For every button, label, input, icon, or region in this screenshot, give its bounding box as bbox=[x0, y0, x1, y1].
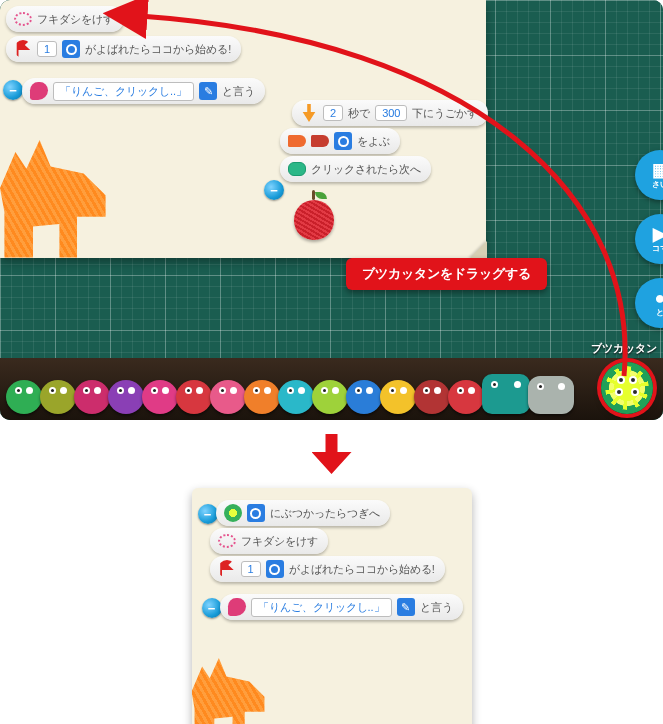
block-move-down[interactable]: 2 秒で 300 下にうごかす bbox=[292, 100, 488, 126]
star-creature[interactable] bbox=[601, 362, 653, 414]
flag-icon bbox=[14, 40, 32, 58]
seconds-input[interactable]: 2 bbox=[323, 105, 343, 121]
search-icon[interactable] bbox=[62, 40, 80, 58]
creature[interactable] bbox=[6, 380, 42, 414]
collapse-pin[interactable] bbox=[264, 180, 284, 200]
say-text-input[interactable]: 「りんご、クリックし..」 bbox=[53, 82, 194, 101]
search-icon[interactable] bbox=[247, 504, 265, 522]
collapse-pin[interactable] bbox=[3, 80, 23, 100]
dotted-circle-icon bbox=[14, 12, 32, 26]
label: 下にうごかす bbox=[412, 106, 478, 121]
edit-icon[interactable]: ✎ bbox=[199, 82, 217, 100]
creature-shelf bbox=[0, 358, 663, 420]
block-call[interactable]: をよぶ bbox=[280, 128, 400, 154]
creature[interactable] bbox=[278, 380, 314, 414]
block-on-call[interactable]: 1 がよばれたらココから始める! bbox=[6, 36, 241, 62]
block-label: クリックされたら次へ bbox=[311, 162, 421, 177]
block-say[interactable]: 「りんご、クリックし..」 ✎ と言う bbox=[220, 594, 463, 620]
amount-input[interactable]: 300 bbox=[375, 105, 407, 121]
collapse-pin[interactable] bbox=[202, 598, 222, 618]
flag-icon bbox=[218, 560, 236, 578]
creature[interactable] bbox=[176, 380, 212, 414]
creature[interactable] bbox=[380, 380, 416, 414]
annotation-callout: ブツカッタンをドラッグする bbox=[346, 258, 547, 290]
edit-icon[interactable]: ✎ bbox=[397, 598, 415, 616]
tab-label: さい bbox=[652, 179, 663, 190]
step-arrow-down-icon bbox=[312, 434, 352, 474]
creature-cube[interactable] bbox=[482, 374, 530, 414]
block-erase-bubble[interactable]: フキダシをけす bbox=[210, 528, 328, 554]
creature[interactable] bbox=[210, 380, 246, 414]
creature[interactable] bbox=[74, 380, 110, 414]
block-on-call[interactable]: 1 がよばれたらココから始める! bbox=[210, 556, 445, 582]
animal-sprite bbox=[0, 140, 110, 260]
speech-icon bbox=[288, 162, 306, 176]
arrow-down-icon bbox=[300, 104, 318, 122]
block-label: をよぶ bbox=[357, 134, 390, 149]
label: 秒で bbox=[348, 106, 370, 121]
animal-sprite bbox=[192, 658, 268, 724]
block-say[interactable]: 「りんご、クリックし..」 ✎ と言う bbox=[22, 78, 265, 104]
block-collide-next[interactable]: にぶつかったらつぎへ bbox=[216, 500, 390, 526]
creature[interactable] bbox=[40, 380, 76, 414]
block-label: フキダシをけす bbox=[37, 12, 114, 27]
say-icon bbox=[228, 598, 246, 616]
block-label: にぶつかったらつぎへ bbox=[270, 506, 380, 521]
call-number-input[interactable]: 1 bbox=[37, 41, 57, 57]
horn-icon bbox=[311, 135, 329, 147]
say-text-input[interactable]: 「りんご、クリックし..」 bbox=[251, 598, 392, 617]
play-icon: ▶ bbox=[653, 225, 663, 243]
star-bug-icon bbox=[224, 504, 242, 522]
creature[interactable] bbox=[346, 380, 382, 414]
say-icon bbox=[30, 82, 48, 100]
result-paper: にぶつかったらつぎへ フキダシをけす 1 がよばれたらココから始める! 「りんご… bbox=[192, 488, 472, 724]
creature-cube[interactable] bbox=[528, 376, 574, 414]
search-icon[interactable] bbox=[334, 132, 352, 150]
call-number-input[interactable]: 1 bbox=[241, 561, 261, 577]
horn-icon bbox=[288, 135, 306, 147]
creature[interactable] bbox=[312, 380, 348, 414]
creature[interactable] bbox=[142, 380, 178, 414]
tab-label: と bbox=[656, 307, 663, 318]
creature[interactable] bbox=[448, 380, 484, 414]
block-click-next[interactable]: クリックされたら次へ bbox=[280, 156, 431, 182]
dot-icon: ● bbox=[655, 289, 663, 307]
creature[interactable] bbox=[108, 380, 144, 414]
creature[interactable] bbox=[414, 380, 450, 414]
block-label: がよばれたらココから始める! bbox=[289, 562, 435, 577]
search-icon[interactable] bbox=[266, 560, 284, 578]
block-label: と言う bbox=[420, 600, 453, 615]
star-creature-label: ブツカッタン bbox=[591, 341, 657, 356]
block-erase-bubble[interactable]: フキダシをけす bbox=[6, 6, 124, 32]
block-label: がよばれたらココから始める! bbox=[85, 42, 231, 57]
dotted-circle-icon bbox=[218, 534, 236, 548]
creature[interactable] bbox=[244, 380, 280, 414]
tab-label: コマ bbox=[652, 243, 663, 254]
block-label: フキダシをけす bbox=[241, 534, 318, 549]
collapse-pin[interactable] bbox=[198, 504, 218, 524]
editor-canvas: フキダシをけす 1 がよばれたらココから始める! 「りんご、クリックし..」 ✎… bbox=[0, 0, 663, 420]
grid-icon: ▦ bbox=[652, 161, 664, 179]
apple-sprite bbox=[292, 190, 336, 240]
block-label: と言う bbox=[222, 84, 255, 99]
